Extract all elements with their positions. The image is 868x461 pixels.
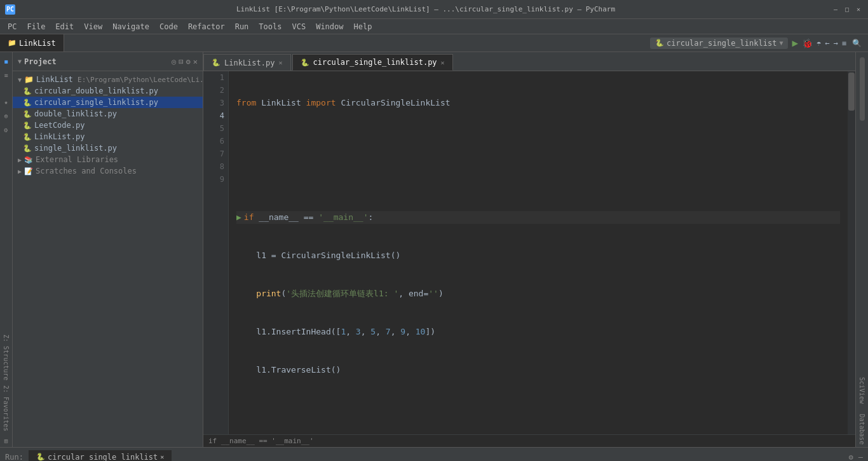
tree-root-folder[interactable]: ▼ 📁 LinkList E:\Program\Python\LeetCode\… — [13, 74, 203, 85]
tab-close-2[interactable]: ✕ — [441, 59, 445, 66]
ext-icon: 📚 — [24, 156, 33, 164]
structure-label[interactable]: Z: Structure — [3, 332, 10, 383]
bottom-panel: Run: 🐍 circular_single_linklist ✕ ⚙ — ▶ … — [0, 447, 868, 461]
tree-item-linklist[interactable]: 🐍 LinkList.py — [13, 131, 203, 142]
menu-item-help[interactable]: Help — [349, 21, 377, 32]
code-line-5: l1 = CircularSingleLinkList() — [236, 249, 840, 262]
menu-item-vcs[interactable]: VCS — [287, 21, 311, 32]
tab-label-2: circular_single_linklist.py — [313, 58, 437, 67]
settings-bp-icon[interactable]: ⚙ — [849, 453, 853, 462]
sciview-label[interactable]: SciView — [858, 375, 865, 406]
py-icon-3: 🐍 — [23, 121, 32, 130]
code-line-9 — [236, 402, 840, 415]
editor-minimap — [860, 57, 865, 121]
tree-item-label: circular_double_linklist.py — [34, 86, 158, 95]
py-icon-selected: 🐍 — [23, 99, 32, 107]
code-line-7: l1.InsertInHead([1, 3, 5, 7, 9, 10]) — [236, 326, 840, 338]
outer-tab-linklist[interactable]: 📁 LinkList — [0, 34, 64, 52]
database-label[interactable]: Database — [858, 411, 865, 447]
tab-close-1[interactable]: ✕ — [278, 59, 282, 66]
code-line-2 — [236, 135, 840, 148]
code-line-4: ▶ if __name__ == '__main__': — [236, 211, 840, 224]
tree-item-label-4: LinkList.py — [34, 132, 85, 141]
settings-icon[interactable]: ⚙ — [186, 57, 191, 66]
outer-tabs-bar: 📁 LinkList 🐍 circular_single_linklist ▼ … — [0, 34, 868, 52]
menu-item-file[interactable]: File — [22, 21, 50, 32]
tree-root-label: LinkList E:\Program\Python\LeetCode\Li..… — [36, 75, 203, 84]
preview-text: if __name__ == '__main__' — [208, 437, 314, 445]
left-icon-5[interactable]: ⚙ — [0, 123, 13, 136]
forward-button[interactable]: → — [834, 39, 838, 48]
minimize-button[interactable]: — — [831, 5, 840, 14]
title-controls: — □ ✕ — [831, 5, 863, 14]
project-header-icons: ◎ ⊟ ⚙ ✕ — [172, 57, 198, 66]
run-tab-label: circular_single_linklist — [48, 453, 158, 462]
menu-item-pc[interactable]: PC — [3, 21, 22, 32]
back-button[interactable]: ← — [825, 39, 829, 48]
ext-arrow: ▶ — [18, 156, 22, 163]
menu-item-refactor[interactable]: Refactor — [183, 21, 230, 32]
scratches-icon: 📝 — [24, 167, 33, 175]
menu-item-navigate[interactable]: Navigate — [107, 21, 154, 32]
run-config-label: circular_single_linklist — [667, 39, 776, 48]
right-sidebar: SciView Database — [855, 52, 868, 447]
menu-item-run[interactable]: Run — [230, 21, 254, 32]
close-button[interactable]: ✕ — [854, 5, 863, 14]
tree-item-circular-single[interactable]: 🐍 circular_single_linklist.py — [13, 97, 203, 108]
app-icon: PC — [5, 4, 15, 15]
close-bp-icon[interactable]: — — [858, 453, 863, 462]
menu-item-window[interactable]: Window — [311, 21, 348, 32]
left-icon-panel: ◼ ≡ ★ ⊕ ⚙ Z: Structure 2: Favorites ⊞ — [0, 52, 13, 447]
run-button[interactable]: ▶ — [792, 37, 798, 49]
tree-external-libraries[interactable]: ▶ 📚 External Libraries — [13, 154, 203, 165]
outer-tab-label: LinkList — [19, 39, 56, 48]
run-tab-close[interactable]: ✕ — [160, 453, 164, 460]
line-numbers: 1 2 3 4 5 6 7 8 9 — [203, 71, 229, 434]
tree-item-leetcode[interactable]: 🐍 LeetCode.py — [13, 120, 203, 131]
menu-button[interactable]: ≡ — [842, 39, 846, 48]
tree-item-circular-double[interactable]: 🐍 circular_double_linklist.py — [13, 85, 203, 97]
coverage-button[interactable]: ☂ — [817, 39, 821, 48]
bottom-tab-run[interactable]: 🐍 circular_single_linklist ✕ — [29, 450, 172, 462]
menu-item-view[interactable]: View — [79, 21, 107, 32]
editor-area: 🐍 LinkList.py ✕ 🐍 circular_single_linkli… — [203, 52, 855, 447]
main-layout: ◼ ≡ ★ ⊕ ⚙ Z: Structure 2: Favorites ⊞ ▼ … — [0, 52, 868, 447]
py-icon: 🐍 — [23, 87, 32, 95]
locate-icon[interactable]: ◎ — [172, 57, 176, 66]
py-icon-2: 🐍 — [23, 110, 32, 118]
title-bar: PC LinkList [E:\Program\Python\LeetCode\… — [0, 0, 868, 19]
maximize-button[interactable]: □ — [843, 5, 851, 14]
tree-item-label-2: double_linklist.py — [34, 109, 117, 118]
tree-item-double[interactable]: 🐍 double_linklist.py — [13, 108, 203, 120]
left-icon-4[interactable]: ⊕ — [0, 109, 13, 122]
folder-icon: 📁 — [24, 75, 34, 84]
folder-arrow: ▼ — [18, 76, 22, 83]
editor-scrollbar[interactable] — [848, 71, 855, 434]
code-line-6: print('头插法创建循环单链表l1: ', end='') — [236, 287, 840, 300]
tree-item-single[interactable]: 🐍 single_linklist.py — [13, 142, 203, 154]
left-icon-1[interactable]: ◼ — [0, 55, 13, 67]
menu-item-tools[interactable]: Tools — [254, 21, 287, 32]
search-everywhere-button[interactable]: 🔍 — [850, 37, 863, 50]
scratches-arrow: ▶ — [18, 168, 22, 175]
tab-icon-2: 🐍 — [301, 58, 309, 67]
run-config-selector[interactable]: 🐍 circular_single_linklist ▼ — [650, 38, 788, 49]
tree-item-label-5: single_linklist.py — [34, 144, 117, 153]
tab-linklist-py[interactable]: 🐍 LinkList.py ✕ — [203, 54, 291, 71]
close-panel-icon[interactable]: ✕ — [193, 57, 198, 66]
bottom-left-icon[interactable]: ⊞ — [4, 437, 8, 444]
bottom-panel-icons: ⚙ — — [849, 453, 863, 462]
menu-item-edit[interactable]: Edit — [50, 21, 79, 32]
title-text: LinkList [E:\Program\Python\LeetCode\Lin… — [20, 5, 831, 13]
collapse-icon[interactable]: ⊟ — [179, 57, 183, 66]
left-icon-3[interactable]: ★ — [0, 95, 13, 108]
title-bar-left: PC — [5, 4, 15, 15]
favorites-label[interactable]: 2: Favorites — [3, 385, 10, 432]
left-icon-2[interactable]: ≡ — [0, 69, 13, 81]
menu-item-code[interactable]: Code — [154, 21, 183, 32]
tab-circular-single[interactable]: 🐍 circular_single_linklist.py ✕ — [292, 54, 453, 71]
code-content[interactable]: from LinkList import CircularSingleLinkL… — [229, 71, 848, 434]
tree-scratches[interactable]: ▶ 📝 Scratches and Consoles — [13, 165, 203, 177]
debug-button[interactable]: 🐞 — [802, 38, 813, 48]
code-editor[interactable]: 1 2 3 4 5 6 7 8 9 from LinkList import C… — [203, 71, 855, 434]
